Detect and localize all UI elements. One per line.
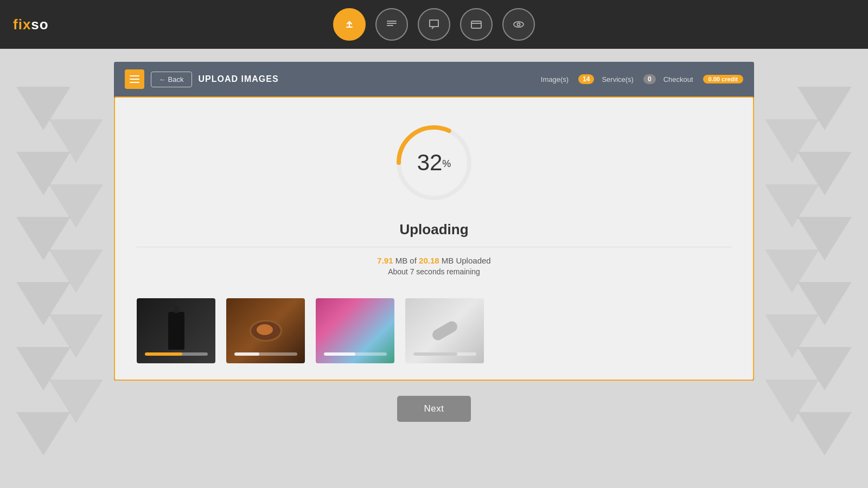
images-count-badge: 14 [578,74,594,84]
services-label: Service(s) [602,75,634,84]
current-mb: 7.91 [377,256,393,265]
thumb-progress-bar-4 [413,352,476,356]
uploading-label: Uploading [399,221,468,238]
thumb-progress-bar-3 [324,352,387,356]
page-title: UPLOAD IMAGES [199,74,279,84]
logo: fixso [13,16,49,33]
upload-panel: 32% Uploading 7.91 MB of 20.18 MB Upload… [114,97,754,381]
thumbnail-1 [137,298,215,363]
card-header: ← Back UPLOAD IMAGES Image(s) 14 Service… [114,62,754,97]
checkout-value-badge: 0.00 credit [703,75,743,84]
progress-percent: % [442,158,451,169]
upload-stats: 7.91 MB of 20.18 MB Uploaded About 7 sec… [377,256,490,276]
thumb-progress-fill-3 [324,352,355,356]
time-remaining: About 7 seconds remaining [377,267,490,276]
navbar: fixso [0,0,868,49]
nav-card-btn[interactable] [460,8,493,41]
thumb-progress-fill-2 [234,352,259,356]
menu-button[interactable] [125,69,144,89]
total-mb: 20.18 [419,256,439,265]
thumb-progress-fill-4 [413,352,457,356]
thumbnail-3 [316,298,394,363]
main-content: ← Back UPLOAD IMAGES Image(s) 14 Service… [114,56,754,422]
progress-center: 32% [417,150,451,176]
nav-chat-btn[interactable] [418,8,450,41]
thumb-progress-fill-1 [145,352,183,356]
thumbnail-2 [226,298,305,363]
thumb-progress-bar-2 [234,352,297,356]
card-header-right: Image(s) 14 Service(s) 0 Checkout 0.00 c… [541,74,743,84]
services-count-badge: 0 [643,74,656,84]
thumbnail-4 [405,298,484,363]
nav-list-btn[interactable] [375,8,408,41]
back-button[interactable]: ← Back [151,72,192,87]
next-button-area: Next [114,396,754,422]
nav-eye-btn[interactable] [502,8,535,41]
card-header-left: ← Back UPLOAD IMAGES [125,69,279,89]
upload-mb-text: 7.91 MB of 20.18 MB Uploaded [377,256,490,265]
progress-number: 32 [417,150,443,175]
images-label: Image(s) [541,75,569,84]
circular-progress: 32% [391,119,477,206]
progress-overlay: 32% Uploading 7.91 MB of 20.18 MB Upload… [115,98,753,296]
nav-upload-btn[interactable] [333,8,366,41]
logo-text: fixso [13,16,49,33]
nav-icons [333,8,535,41]
next-button[interactable]: Next [397,396,471,422]
thumb-progress-bar-1 [145,352,208,356]
svg-rect-24 [471,21,481,28]
divider [137,247,731,247]
content-card: ← Back UPLOAD IMAGES Image(s) 14 Service… [114,62,754,381]
svg-point-26 [518,23,520,26]
thumbnails-area [115,282,753,380]
checkout-label: Checkout [663,75,693,84]
